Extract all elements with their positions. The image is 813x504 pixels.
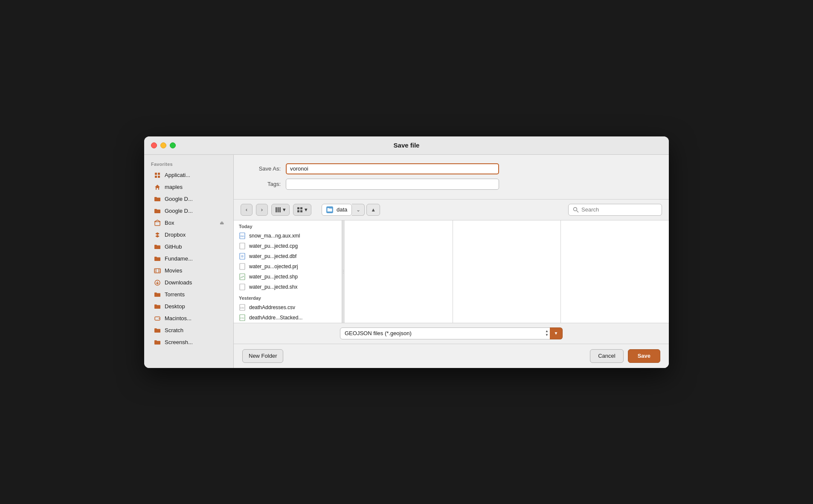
file-item[interactable]: water_pu...ojected.prj <box>234 261 342 272</box>
sidebar-item-downloads[interactable]: Downloads <box>147 277 231 289</box>
svg-rect-16 <box>300 207 302 209</box>
maximize-button[interactable] <box>170 142 176 148</box>
location-chevron-button[interactable]: ⌄ <box>352 204 365 216</box>
file-item[interactable]: CSV deathAddresses.csv <box>234 302 342 313</box>
action-right: Cancel Save <box>590 349 660 363</box>
sidebar-item-label: Box <box>165 220 174 226</box>
svg-rect-12 <box>276 207 277 212</box>
sidebar: Favorites Applicati... maples <box>144 155 234 368</box>
sidebar-item-google-drive-1[interactable]: Google D... <box>147 193 231 205</box>
sidebar-item-scratch[interactable]: Scratch <box>147 324 231 336</box>
format-bar: GEOJSON files (*.geojson) ▲ ▼ ▼ <box>234 323 669 344</box>
form-area: Save As: Tags: <box>234 155 669 200</box>
sidebar-item-dropbox[interactable]: Dropbox <box>147 229 231 241</box>
title-bar: Save file <box>144 136 669 155</box>
location-text: data <box>337 206 347 213</box>
save-dialog: Save file Favorites Applicati... maples <box>144 136 669 368</box>
sidebar-item-applications[interactable]: Applicati... <box>147 169 231 181</box>
file-item-name: water_pu...jected.dbf <box>249 253 296 259</box>
svg-point-25 <box>241 255 244 258</box>
svg-rect-17 <box>297 210 299 212</box>
format-select-button[interactable]: ▼ <box>550 327 563 339</box>
sidebar-item-label: Google D... <box>165 208 193 214</box>
dropbox-icon <box>154 231 161 239</box>
shx-file-icon <box>239 284 246 290</box>
box-icon <box>154 219 161 227</box>
sidebar-item-label: Screensh... <box>165 339 193 345</box>
dbf-file-icon <box>239 253 246 260</box>
sidebar-item-torrents[interactable]: Torrents <box>147 289 231 301</box>
eject-icon[interactable]: ⏏ <box>220 220 224 226</box>
sidebar-item-label: Desktop <box>165 303 185 310</box>
svg-rect-13 <box>278 207 279 212</box>
file-item[interactable]: CSV deathAddre...Stacked... <box>234 313 342 323</box>
close-button[interactable] <box>151 142 157 148</box>
sidebar-item-github[interactable]: GitHub <box>147 241 231 253</box>
sidebar-item-label: Dropbox <box>165 232 186 238</box>
location-bar[interactable]: data <box>322 204 352 216</box>
sidebar-item-macintosh[interactable]: Macintos... <box>147 313 231 324</box>
svg-text:CSV: CSV <box>240 307 244 309</box>
dialog-body: Favorites Applicati... maples <box>144 155 669 368</box>
file-item[interactable]: water_pu...jected.shp <box>234 272 342 282</box>
location-container: data ⌄ ▲ <box>318 204 380 216</box>
toolbar: ‹ › ▾ ▾ data <box>234 200 669 220</box>
sidebar-item-screenshots[interactable]: Screensh... <box>147 336 231 348</box>
sidebar-item-desktop[interactable]: Desktop <box>147 301 231 313</box>
home-icon <box>154 183 161 191</box>
sidebar-item-fundamentals[interactable]: Fundame... <box>147 253 231 265</box>
sidebar-item-google-drive-2[interactable]: Google D... <box>147 205 231 217</box>
file-item[interactable]: water_pu...jected.dbf <box>234 251 342 261</box>
search-input[interactable] <box>581 206 657 213</box>
format-select-text: GEOJSON files (*.geojson) <box>345 330 543 336</box>
minimize-button[interactable] <box>160 142 166 148</box>
view-columns-button[interactable]: ▾ <box>271 204 290 216</box>
svg-rect-27 <box>240 274 245 280</box>
drive-icon <box>154 315 161 322</box>
save-as-input[interactable] <box>286 163 499 174</box>
sidebar-item-box[interactable]: Box ⏏ <box>147 217 231 229</box>
sidebar-item-movies[interactable]: Movies <box>147 265 231 277</box>
folder-icon <box>154 339 161 346</box>
file-column-2 <box>345 220 453 323</box>
sidebar-item-label: maples <box>165 184 183 190</box>
tags-input[interactable] <box>286 179 499 190</box>
sidebar-item-label: Google D... <box>165 196 193 202</box>
svg-line-20 <box>577 211 578 212</box>
sidebar-item-label: Fundame... <box>165 255 193 262</box>
format-arrows-icon: ▲ ▼ <box>545 330 549 337</box>
sidebar-item-label: Macintos... <box>165 315 192 322</box>
svg-rect-0 <box>155 222 160 226</box>
prj-file-icon <box>239 263 246 270</box>
location-collapse-button[interactable]: ▲ <box>366 204 380 216</box>
folder-icon <box>154 255 161 263</box>
sidebar-item-label: Movies <box>165 267 182 274</box>
file-item-name: water_pu...ojected.prj <box>249 264 298 269</box>
save-button[interactable]: Save <box>628 349 660 363</box>
file-item[interactable]: XML snow_ma...ng.aux.xml <box>234 231 342 241</box>
back-button[interactable]: ‹ <box>241 204 253 216</box>
svg-rect-2 <box>154 269 160 273</box>
format-select[interactable]: GEOJSON files (*.geojson) ▲ ▼ <box>340 327 553 339</box>
file-item[interactable]: water_pu...jected.shx <box>234 282 342 292</box>
sidebar-item-maples[interactable]: maples <box>147 181 231 193</box>
new-folder-button[interactable]: New Folder <box>242 349 283 363</box>
format-select-chevron-icon: ▼ <box>554 331 558 336</box>
file-icon <box>239 243 246 249</box>
svg-rect-23 <box>240 243 245 249</box>
search-icon <box>573 207 579 213</box>
file-item-name: deathAddre...Stacked... <box>249 315 302 321</box>
svg-rect-18 <box>300 210 302 212</box>
action-bar: New Folder Cancel Save <box>234 344 669 368</box>
sidebar-item-label: Scratch <box>165 327 183 333</box>
csv-file-icon: CSV <box>239 314 246 321</box>
view-grid-button[interactable]: ▾ <box>293 204 311 216</box>
download-icon <box>154 279 161 287</box>
folder-icon <box>154 303 161 310</box>
cancel-button[interactable]: Cancel <box>590 349 623 363</box>
forward-button[interactable]: › <box>256 204 268 216</box>
tags-label: Tags: <box>247 181 281 187</box>
sidebar-item-label: GitHub <box>165 243 182 250</box>
file-item[interactable]: water_pu...jected.cpg <box>234 241 342 251</box>
location-folder-icon <box>326 206 333 213</box>
